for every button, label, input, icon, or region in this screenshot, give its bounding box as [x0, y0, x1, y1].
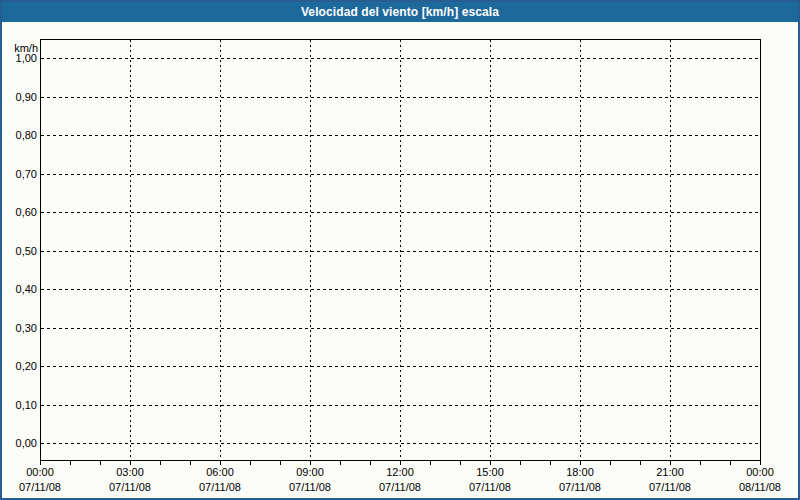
x-tick-time-label: 21:00	[656, 466, 684, 478]
x-tick-date-label: 07/11/08	[559, 481, 601, 493]
x-tick-date-label: 07/11/08	[199, 481, 241, 493]
y-tick-label: 0,50	[16, 245, 37, 257]
y-tick-label: 0,10	[16, 399, 37, 411]
x-tick-date-label: 07/11/08	[19, 481, 61, 493]
chart-canvas: 0,000,100,200,300,400,500,600,700,800,90…	[2, 2, 798, 498]
x-tick-date-label: 07/11/08	[469, 481, 511, 493]
x-tick-time-label: 06:00	[206, 466, 234, 478]
x-tick-date-label: 07/11/08	[289, 481, 331, 493]
x-tick-time-label: 15:00	[476, 466, 504, 478]
y-axis-unit-label: km/h	[14, 42, 38, 54]
x-tick-time-label: 18:00	[566, 466, 594, 478]
x-tick-time-label: 00:00	[746, 466, 774, 478]
wind-speed-chart-window: Velocidad del viento [km/h] escala 0,000…	[0, 0, 800, 500]
y-tick-label: 0,00	[16, 437, 37, 449]
x-tick-date-label: 07/11/08	[379, 481, 421, 493]
x-tick-date-label: 08/11/08	[739, 481, 781, 493]
y-tick-label: 0,30	[16, 322, 37, 334]
x-tick-date-label: 07/11/08	[109, 481, 151, 493]
y-tick-label: 0,40	[16, 283, 37, 295]
x-tick-time-label: 03:00	[116, 466, 144, 478]
y-tick-label: 0,20	[16, 360, 37, 372]
x-tick-time-label: 00:00	[26, 466, 54, 478]
y-tick-label: 0,60	[16, 206, 37, 218]
y-tick-label: 0,70	[16, 168, 37, 180]
y-tick-label: 0,80	[16, 129, 37, 141]
y-tick-label: 0,90	[16, 91, 37, 103]
x-tick-time-label: 09:00	[296, 466, 324, 478]
x-tick-date-label: 07/11/08	[649, 481, 691, 493]
x-tick-time-label: 12:00	[386, 466, 414, 478]
